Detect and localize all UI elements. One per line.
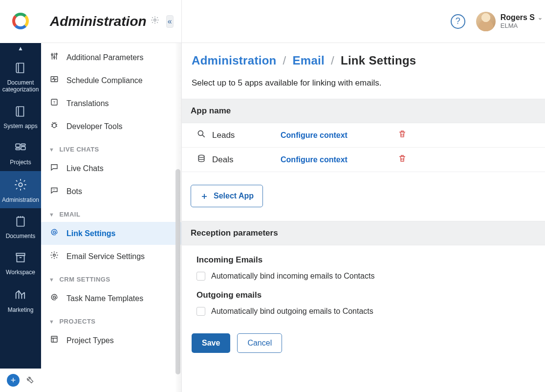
sidebar-item-label: Translations	[66, 99, 109, 108]
svg-text:T: T	[53, 100, 56, 105]
bug-icon	[49, 121, 60, 132]
sidebar-group-projects[interactable]: ▼ PROJECTS	[41, 310, 181, 329]
sidebar-item-link-settings[interactable]: Link Settings	[41, 222, 181, 245]
app-logo	[11, 11, 30, 32]
content: Administration / Email / Link Settings S…	[182, 43, 545, 392]
nav-rail: ▲ Document categorization System apps Pr…	[0, 0, 41, 392]
chevron-down-icon: ⌄	[538, 14, 543, 21]
sidebar-item-live-chats[interactable]: Live Chats	[41, 157, 181, 180]
incoming-checkbox[interactable]: Automatically bind incoming emails to Co…	[196, 270, 543, 285]
sidebar-item-label: Email Service Settings	[66, 252, 145, 261]
checkbox-label: Automatically bind outgoing emails to Co…	[211, 307, 373, 316]
rail-bottom: +	[0, 369, 41, 392]
rail-label: Administration	[2, 196, 39, 203]
coins-icon	[196, 153, 207, 166]
gear-icon	[14, 178, 27, 194]
rail-items: Document categorization System apps Proj…	[0, 53, 41, 369]
svg-point-13	[51, 54, 53, 56]
sidebar-group-email[interactable]: ▼ EMAIL	[41, 203, 181, 222]
rail-item-marketing[interactable]: Marketing	[0, 281, 41, 318]
cancel-button[interactable]: Cancel	[237, 333, 282, 353]
archive-icon	[14, 251, 27, 266]
svg-point-27	[198, 155, 204, 157]
outgoing-checkbox[interactable]: Automatically bind outgoing emails to Co…	[196, 305, 543, 321]
sidebar-group-live-chats[interactable]: ▼ LIVE CHATS	[41, 138, 181, 157]
save-button[interactable]: Save	[192, 333, 230, 353]
chevron-down-icon: ▼	[49, 212, 54, 218]
breadcrumb-email[interactable]: Email	[292, 54, 325, 67]
svg-point-26	[198, 131, 203, 135]
add-button[interactable]: +	[7, 374, 20, 387]
rail-item-administration[interactable]: Administration	[0, 171, 41, 208]
sidebar-item-label: Additional Parameters	[66, 53, 143, 62]
sidebar-group-label: EMAIL	[59, 211, 80, 218]
user-company: ELMA	[501, 22, 543, 30]
checkbox-box	[196, 307, 205, 316]
svg-point-20	[53, 190, 54, 191]
sidebar-item-translations[interactable]: T Translations	[41, 92, 181, 115]
svg-point-19	[52, 123, 56, 128]
sidebar-item-developer-tools[interactable]: Developer Tools	[41, 115, 181, 138]
help-button[interactable]: ?	[451, 14, 465, 29]
sidebar-item-label: Schedule Compliance	[66, 76, 143, 85]
wrench-icon[interactable]	[24, 374, 34, 387]
sidebar-item-project-types[interactable]: Project Types	[41, 329, 181, 352]
checkbox-label: Automatically bind incoming emails to Co…	[211, 272, 374, 281]
sidebar-item-schedule-compliance[interactable]: Schedule Compliance	[41, 69, 181, 92]
at-icon	[49, 228, 60, 239]
rail-label: Workspace	[6, 269, 35, 276]
sidebar-item-label: Developer Tools	[66, 122, 122, 131]
svg-rect-9	[17, 217, 24, 226]
rail-label: Document categorization	[2, 79, 39, 93]
sidebar-group-label: PROJECTS	[59, 318, 95, 325]
svg-rect-7	[21, 147, 25, 150]
delete-row-button[interactable]	[398, 130, 407, 141]
sidebar-item-bots[interactable]: Bots	[41, 180, 181, 203]
configure-context-link[interactable]: Configure context	[281, 131, 388, 140]
select-app-button[interactable]: ＋ Select App	[191, 185, 263, 207]
bot-icon	[49, 186, 60, 197]
svg-point-22	[53, 231, 56, 234]
rail-label: Projects	[10, 159, 31, 166]
svg-point-21	[54, 190, 55, 191]
sliders-icon	[49, 52, 60, 63]
sidebar-group-crm-settings[interactable]: ▼ CRM SETTINGS	[41, 268, 181, 287]
sidebar-item-label: Link Settings	[66, 229, 115, 238]
rail-item-projects[interactable]: Projects	[0, 134, 41, 171]
sidebar-item-additional-parameters[interactable]: Additional Parameters	[41, 46, 181, 69]
rail-item-documents[interactable]: Documents	[0, 208, 41, 244]
gear-icon[interactable]	[151, 16, 159, 27]
rail-scroll-up[interactable]: ▲	[0, 43, 41, 53]
collapse-sidebar-button[interactable]: «	[166, 15, 174, 28]
user-name: Rogers S ⌄	[501, 13, 543, 22]
rail-label: Marketing	[8, 306, 34, 313]
rail-label: Documents	[6, 233, 36, 240]
breadcrumb: Administration / Email / Link Settings	[182, 43, 545, 74]
svg-rect-11	[17, 256, 24, 262]
scrollbar-thumb[interactable]	[175, 169, 180, 374]
main: ? Rogers S ⌄ ELMA Administration / Email…	[182, 0, 545, 392]
rail-item-document-categorization[interactable]: Document categorization	[0, 55, 41, 98]
user-name-text: Rogers S	[501, 13, 535, 22]
delete-row-button[interactable]	[398, 154, 407, 165]
chat-icon	[49, 163, 60, 174]
breadcrumb-administration[interactable]: Administration	[192, 54, 277, 67]
rail-item-workspace[interactable]: Workspace	[0, 244, 41, 281]
sidebar-list[interactable]: Additional Parameters Schedule Complianc…	[41, 43, 181, 392]
rail-item-system-apps[interactable]: System apps	[0, 98, 41, 134]
sidebar-item-email-service-settings[interactable]: Email Service Settings	[41, 245, 181, 268]
layout-icon	[49, 335, 60, 346]
app-name: Leads	[212, 131, 276, 140]
sidebar-header: Administration «	[41, 0, 181, 43]
table-row: Deals Configure context	[182, 148, 545, 172]
breadcrumb-sep: /	[280, 54, 289, 67]
outgoing-header: Outgoing emails	[196, 290, 543, 300]
svg-rect-6	[16, 148, 20, 150]
svg-point-23	[53, 254, 56, 257]
configure-context-link[interactable]: Configure context	[281, 155, 388, 164]
user-menu[interactable]: Rogers S ⌄ ELMA	[476, 12, 543, 31]
note-icon	[14, 215, 27, 230]
sidebar-scrollbar[interactable]	[175, 42, 180, 384]
app-table-header: App name	[182, 99, 545, 123]
sidebar-item-task-name-templates[interactable]: Task Name Templates	[41, 287, 181, 310]
